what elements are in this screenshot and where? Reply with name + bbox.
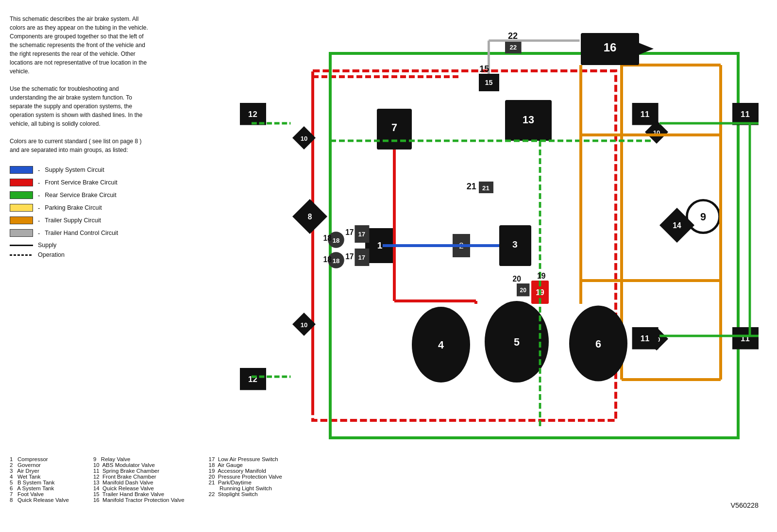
svg-text:6: 6 (595, 338, 601, 350)
svg-text:17: 17 (358, 231, 365, 238)
components-footer: 1 Compressor 2 Governor 3 Air Dryer 4 We… (10, 456, 767, 503)
svg-text:18: 18 (323, 255, 332, 264)
svg-text:18: 18 (333, 237, 340, 244)
svg-text:4: 4 (438, 339, 444, 351)
operation-line-icon (10, 254, 33, 256)
comp-entry: 17 Low Air Pressure Switch (209, 456, 282, 462)
description-block: This schematic describes the air brake s… (10, 15, 151, 154)
legend-item: - Front Service Brake Circuit (10, 179, 151, 186)
legend-circuit-label: Parking Brake Circuit (45, 204, 101, 211)
comp-entry: 20 Pressure Protection Valve (209, 474, 282, 480)
comp-entry: 6 A System Tank (10, 485, 69, 491)
legend-color-swatch (10, 179, 33, 186)
svg-text:10: 10 (301, 321, 308, 329)
svg-text:15: 15 (485, 79, 492, 86)
legend-dash: - (38, 166, 40, 174)
legend-circuit-label: Trailer Supply Circuit (45, 217, 101, 224)
supply-label: Supply (38, 242, 56, 249)
comp-entry: 18 Air Gauge (209, 462, 282, 468)
left-panel: This schematic describes the air brake s… (10, 10, 151, 522)
legend-color-swatch (10, 166, 33, 174)
legend-item: - Trailer Supply Circuit (10, 216, 151, 224)
comp-entry: 11 Spring Brake Chamber (93, 468, 185, 474)
svg-text:12: 12 (248, 110, 257, 119)
legend-item: - Trailer Hand Control Circuit (10, 229, 151, 237)
comp-entry: 2 Governor (10, 462, 69, 468)
svg-text:9: 9 (700, 211, 706, 223)
svg-text:18: 18 (333, 257, 340, 265)
svg-text:21: 21 (482, 184, 490, 192)
comp-entry: 7 Foot Valve (10, 491, 69, 497)
legend-item: - Supply System Circuit (10, 166, 151, 174)
svg-text:5: 5 (514, 336, 520, 348)
comp-col3-footer: 17 Low Air Pressure Switch 18 Air Gauge … (209, 456, 282, 503)
svg-text:20: 20 (513, 275, 522, 283)
svg-text:15: 15 (479, 64, 489, 74)
svg-text:3: 3 (512, 239, 518, 249)
svg-text:11: 11 (641, 334, 650, 343)
comp-entry: 8 Quick Release Valve (10, 497, 69, 503)
legend-supply-line: Supply (10, 242, 151, 249)
svg-text:17: 17 (345, 228, 354, 236)
svg-text:13: 13 (523, 114, 534, 126)
legend-color-swatch (10, 216, 33, 224)
supply-line-icon (10, 245, 33, 246)
legend-item: - Rear Service Brake Circuit (10, 191, 151, 199)
svg-text:10: 10 (301, 135, 308, 142)
operation-label: Operation (38, 251, 65, 258)
svg-text:11: 11 (641, 110, 650, 119)
comp-entry: 12 Front Brake Chamber (93, 474, 185, 480)
svg-text:22: 22 (509, 44, 517, 51)
desc-para1: This schematic describes the air brake s… (10, 15, 151, 76)
legend-item: - Parking Brake Circuit (10, 204, 151, 212)
legend-dash: - (38, 204, 40, 212)
svg-text:14: 14 (673, 221, 681, 230)
legend-operation-line: Operation (10, 251, 151, 258)
legend-circuit-label: Supply System Circuit (45, 166, 104, 173)
legend-circuit-label: Rear Service Brake Circuit (45, 192, 116, 199)
comp-entry: 21 Park/Daytime (209, 480, 282, 485)
comp-entry: 14 Quick Release Valve (93, 485, 185, 491)
comp-entry: 22 Stoplight Switch (209, 491, 282, 497)
svg-text:18: 18 (323, 234, 332, 242)
comp-entry: 19 Accessory Manifold (209, 468, 282, 474)
legend-section: - Supply System Circuit - Front Service … (10, 166, 151, 261)
comp-entry: 1 Compressor (10, 456, 69, 462)
comp-col2-footer: 9 Relay Valve 10 ABS Modulator Valve 11 … (93, 456, 185, 503)
legend-circuit-label: Front Service Brake Circuit (45, 179, 117, 186)
svg-text:19: 19 (537, 272, 546, 280)
legend-dash: - (38, 230, 40, 237)
svg-text:17: 17 (358, 254, 365, 261)
svg-text:17: 17 (345, 252, 354, 261)
desc-para2: Use the schematic for troubleshooting an… (10, 84, 151, 128)
legend-color-swatch (10, 191, 33, 199)
legend-dash: - (38, 192, 40, 199)
legend-circuit-label: Trailer Hand Control Circuit (45, 230, 118, 236)
comp-entry: 9 Relay Valve (93, 456, 185, 462)
svg-text:11: 11 (741, 110, 750, 119)
svg-text:16: 16 (604, 41, 617, 54)
comp-entry: 13 Manifold Dash Valve (93, 480, 185, 485)
legend-dash: - (38, 179, 40, 186)
comp-col1-footer: 1 Compressor 2 Governor 3 Air Dryer 4 We… (10, 456, 69, 503)
schematic-diagram: 1 2 3 4 5 6 7 8 9 (155, 10, 767, 522)
page-container: This schematic describes the air brake s… (0, 0, 777, 532)
comp-entry: Running Light Switch (209, 485, 282, 491)
svg-text:1: 1 (377, 240, 383, 250)
comp-entry: 4 Wet Tank (10, 474, 69, 480)
legend-color-swatch (10, 229, 33, 237)
svg-text:22: 22 (508, 31, 518, 41)
svg-text:20: 20 (520, 287, 527, 294)
svg-text:8: 8 (308, 213, 312, 221)
svg-text:21: 21 (467, 182, 476, 191)
svg-text:7: 7 (391, 121, 397, 133)
legend-color-swatch (10, 204, 33, 212)
desc-para3: Colors are to current standard ( see lis… (10, 137, 151, 154)
right-panel: 1 2 3 4 5 6 7 8 9 (155, 10, 767, 522)
comp-entry: 5 B System Tank (10, 480, 69, 485)
legend-dash: - (38, 217, 40, 224)
comp-entry: 3 Air Dryer (10, 468, 69, 474)
comp-entry: 10 ABS Modulator Valve (93, 462, 185, 468)
comp-entry: 15 Trailer Hand Brake Valve (93, 491, 185, 497)
comp-entry: 16 Manifold Tractor Protection Valve (93, 497, 185, 503)
